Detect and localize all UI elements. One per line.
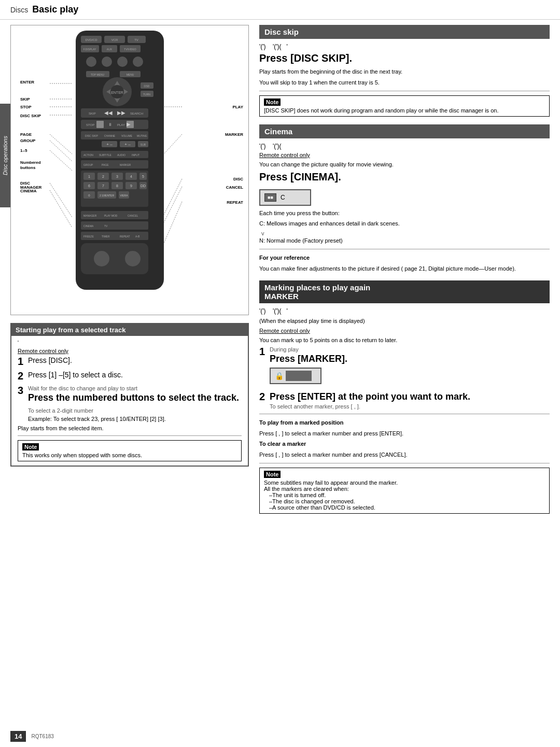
divider-marker-1 <box>259 414 550 414</box>
svg-text:REPEAT: REPEAT <box>120 235 130 238</box>
svg-text:TURN: TURN <box>143 93 150 96</box>
svg-text:+ –: + – <box>124 142 131 147</box>
step-3a-sublabel: To select a 2-digit number <box>28 407 242 414</box>
marker-note-label: Note <box>264 471 281 478</box>
press-cinema: Press [CINEMA]. <box>259 171 550 183</box>
svg-text:+ –: + – <box>106 142 113 147</box>
svg-point-118 <box>94 251 109 266</box>
marker-display: 🔒 <box>270 368 321 384</box>
marker-section: Marking places to play again MARKER '(')… <box>259 280 550 514</box>
svg-text:VIERA: VIERA <box>120 194 128 197</box>
svg-text:STOP: STOP <box>86 123 94 126</box>
svg-text:8: 8 <box>116 184 118 188</box>
marker-remote-only: Remote control only <box>259 328 550 334</box>
label-cancel: CANCEL <box>226 185 243 190</box>
label-cinema: CINEMA <box>20 189 37 193</box>
marker-step-2: 2 Press [ENTER] at the point you want to… <box>259 391 550 410</box>
svg-point-28 <box>102 57 112 67</box>
svg-text:PLAY: PLAY <box>117 123 125 126</box>
svg-text:5: 5 <box>142 175 144 178</box>
step-3-text: Press the numbered buttons to select the… <box>28 392 242 403</box>
svg-text:CINEMA: CINEMA <box>83 224 94 228</box>
step-1: 1 Press [DISC]. <box>18 356 242 367</box>
disc-skip-section: Disc skip '(') '(')( ' Press [DISC SKIP]… <box>259 25 550 117</box>
marker-btn-bg <box>286 371 312 381</box>
marker-note4: –The disc is changed or removed. <box>264 498 545 504</box>
svg-text:1: 1 <box>88 175 90 178</box>
starting-play-section: Starting play from a selected track ' Re… <box>10 323 249 467</box>
svg-text:DISC SKIP: DISC SKIP <box>85 134 98 137</box>
step-2-text: Press [1] –[5] to select a disc. <box>28 371 123 379</box>
cinema-remote-only: Remote control only <box>259 152 550 158</box>
disc-skip-note: Note [DISC SKIP] does not work during pr… <box>259 95 550 117</box>
marker-step-1-num: 1 <box>259 346 268 357</box>
cinema-c-desc: C: Mellows images and enhances detail in… <box>259 219 550 228</box>
play-starts: Play starts from the selected item. <box>18 425 242 431</box>
svg-text:▶: ▶ <box>127 121 131 127</box>
disc-skip-note-label: Note <box>264 98 281 106</box>
step-2: 2 Press [1] –[5] to select a disc. <box>18 371 242 381</box>
step-3: 3 Wait for the disc to change and play t… <box>18 385 242 403</box>
svg-text:PAGE: PAGE <box>102 163 109 166</box>
step-3-num: 3 <box>18 385 26 396</box>
svg-text:6: 6 <box>88 184 90 188</box>
svg-point-29 <box>117 57 128 67</box>
cinema-n-label: N: Normal mode (Factory preset) <box>259 236 550 245</box>
cinema-symbols: '(') '(')( <box>259 143 550 150</box>
marker-step-1-content: During play Press [MARKER]. 🔒 <box>270 346 550 387</box>
svg-point-119 <box>125 251 141 266</box>
svg-text:MARKER: MARKER <box>120 163 131 166</box>
step-1-text: Press [DISC]. <box>28 356 72 364</box>
svg-text:GROUP: GROUP <box>83 163 93 166</box>
marker-step-2-text: Press [ENTER] at the point you want to m… <box>270 391 550 402</box>
label-repeat: REPEAT <box>227 200 243 205</box>
svg-text:▶▶: ▶▶ <box>117 110 125 116</box>
marker-elapsed: (When the elapsed play time is displayed… <box>259 317 550 326</box>
svg-text:TOP MENU: TOP MENU <box>91 73 105 76</box>
marker-note3: –The unit is turned off. <box>264 492 545 498</box>
label-15: 1–5 <box>20 148 27 153</box>
svg-text:SKIP: SKIP <box>89 112 96 115</box>
svg-text:ACTION: ACTION <box>83 153 93 157</box>
cinema-c-label: C <box>281 194 285 201</box>
svg-line-7 <box>50 183 72 217</box>
disc-skip-header: Disc skip <box>259 25 550 39</box>
svg-text:AUDIO: AUDIO <box>117 153 125 157</box>
label-skip: SKIP <box>20 97 30 102</box>
svg-text:ENTER: ENTER <box>111 91 123 94</box>
marker-note: Note Some subtitles may fail to appear a… <box>259 468 550 514</box>
cinema-v: v <box>261 230 550 236</box>
label-page: PAGE <box>20 132 32 137</box>
remote-svg: DVD/CD VCR TV F.DISPLAY AUX TV/VIDEO <box>71 31 169 295</box>
svg-text:SUB: SUB <box>141 143 146 146</box>
cinema-header: Cinema <box>259 124 550 138</box>
svg-text:VCR: VCR <box>111 38 118 41</box>
starting-remote-only: Remote control only <box>18 348 242 354</box>
svg-text:2: 2 <box>102 175 104 178</box>
marker-clear-text: Press [ , ] to select a marker number an… <box>259 450 550 459</box>
disc-skip-note-text: [DISC SKIP] does not work during program… <box>264 107 545 114</box>
svg-text:7: 7 <box>102 184 104 188</box>
label-marker: MARKER <box>225 132 243 137</box>
page-number: 14 <box>10 731 26 742</box>
cinema-ref-text: You can make finer adjustments to the pi… <box>259 264 550 273</box>
marker-clear: To clear a marker <box>259 440 550 448</box>
marker-symbols: '(') '(')( ' <box>259 307 550 315</box>
svg-text:4: 4 <box>130 175 132 178</box>
svg-text:MENU: MENU <box>127 73 134 76</box>
svg-point-27 <box>86 57 96 67</box>
svg-text:F.DISPLAY: F.DISPLAY <box>83 48 96 51</box>
svg-text:FREEZE: FREEZE <box>83 235 94 238</box>
marker-step-1-text: Press [MARKER]. <box>270 354 550 364</box>
starting-note-tiny: ' <box>18 340 242 346</box>
svg-text:INPUT: INPUT <box>132 153 139 157</box>
marker-lock-icon: 🔒 <box>275 372 284 380</box>
header-title: Basic play <box>32 4 78 15</box>
side-label-text: Disc operations <box>2 136 8 175</box>
step-2-num: 2 <box>18 371 26 381</box>
disc-skip-body2: You will skip to tray 1 when the current… <box>259 78 550 87</box>
label-stop: STOP <box>20 105 32 109</box>
cinema-ref-header: For your reference <box>259 253 550 262</box>
svg-text:2 10/ENTER: 2 10/ENTER <box>100 194 114 197</box>
header-discs: Discs <box>10 6 28 14</box>
